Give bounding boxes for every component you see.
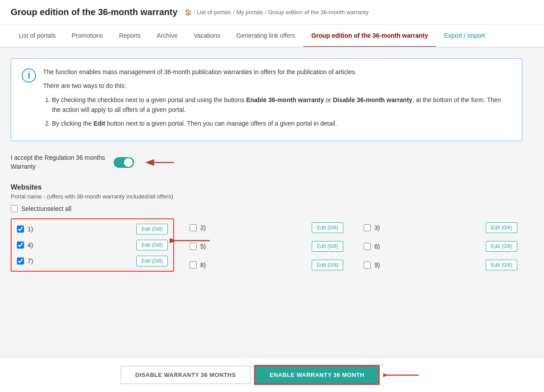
info-item-1: By checking the checkbox next to a given…	[52, 95, 511, 115]
bold-enable: Enable 36-month warranty	[246, 96, 324, 103]
info-box: i The function enables mass management o…	[11, 58, 522, 141]
portal-checkbox-8[interactable]	[190, 261, 197, 269]
select-all-label: Select/unselect all	[21, 205, 71, 212]
websites-subtitle: Portal name - (offers with 36-month warr…	[11, 193, 522, 200]
portal-edit-btn-7[interactable]: Edit (0/8)	[136, 256, 168, 266]
breadcrumb-myportals[interactable]: My portals	[236, 9, 263, 16]
portal-checkbox-7[interactable]	[17, 257, 24, 265]
portal-edit-btn-5[interactable]: Edit (0/8)	[312, 241, 343, 252]
tab-reports[interactable]: Reports	[111, 25, 149, 48]
portal-row-3: 3) Edit (0/6)	[359, 218, 522, 237]
portal-checkbox-5[interactable]	[190, 243, 197, 250]
info-item-2: By clicking the Edit button next to a gi…	[52, 119, 511, 128]
arrow-annotation-toggle	[143, 157, 179, 168]
breadcrumb: 🏠 / List of portals / My portals / Group…	[185, 9, 369, 16]
portal-edit-btn-6[interactable]: Edit (0/8)	[486, 241, 517, 252]
tab-archive[interactable]: Archive	[149, 25, 186, 48]
portal-group-selected: 1) Edit (0/8) 4) Edit (0/8) 7) Edit (0/8…	[11, 218, 174, 272]
portal-row-7: 7) Edit (0/8)	[15, 253, 170, 269]
tab-list-of-portals[interactable]: List of portals	[11, 25, 64, 48]
websites-title: Websites	[11, 183, 522, 191]
portal-checkbox-4[interactable]	[17, 242, 24, 249]
info-paragraph-2: There are two ways to do this:	[43, 81, 511, 91]
portal-edit-btn-8[interactable]: Edit (0/8)	[312, 260, 343, 270]
breadcrumb-current: Group edition of the 36-month warranty	[268, 9, 369, 16]
regulation-toggle[interactable]	[114, 157, 134, 168]
page-header: Group edition of the 36-month warranty 🏠…	[0, 0, 544, 25]
portal-checkbox-3[interactable]	[364, 224, 371, 231]
portal-column-1: 1) Edit (0/8) 4) Edit (0/8) 7) Edit (0/8…	[11, 218, 174, 274]
toggle-knob	[124, 158, 133, 167]
portal-row-4: 4) Edit (0/8)	[15, 237, 170, 253]
portal-edit-btn-4[interactable]: Edit (0/8)	[136, 240, 168, 250]
portal-checkbox-6[interactable]	[364, 243, 371, 250]
portal-row-2: 2) Edit (0/8)	[185, 218, 348, 237]
portal-name-6: 6)	[374, 243, 482, 250]
tab-group-edition[interactable]: Group edition of the 36-month warranty	[303, 25, 436, 48]
select-all-checkbox[interactable]	[11, 205, 18, 212]
portal-name-3: 3)	[374, 224, 482, 231]
portal-row-6: 6) Edit (0/8)	[359, 237, 522, 256]
home-icon[interactable]: 🏠	[185, 9, 192, 16]
portal-name-7: 7)	[28, 257, 133, 265]
websites-section: Websites Portal name - (offers with 36-m…	[11, 183, 522, 274]
regulation-row: I accept the Regulation 36 months Warran…	[11, 154, 522, 171]
portal-name-5: 5)	[200, 243, 308, 250]
portal-checkbox-2[interactable]	[190, 224, 197, 231]
select-all-row: Select/unselect all	[11, 205, 522, 212]
portal-name-8: 8)	[200, 261, 308, 269]
bold-edit: Edit	[93, 120, 105, 127]
portal-edit-btn-3[interactable]: Edit (0/6)	[486, 222, 517, 233]
tab-generating-link-offers[interactable]: Generating link offers	[228, 25, 303, 48]
portal-checkbox-1[interactable]	[17, 226, 24, 233]
portal-row-9: 9) Edit (0/8)	[359, 256, 522, 274]
portal-edit-btn-2[interactable]: Edit (0/8)	[312, 222, 343, 233]
info-text-content: The function enables mass management of …	[43, 67, 511, 132]
breadcrumb-publisher[interactable]: List of portals	[197, 9, 231, 16]
info-paragraph-1: The function enables mass management of …	[43, 67, 511, 77]
portal-name-9: 9)	[374, 261, 482, 269]
regulation-label: I accept the Regulation 36 months Warran…	[11, 154, 105, 171]
portal-checkbox-9[interactable]	[364, 261, 371, 269]
main-content: i The function enables mass management o…	[0, 48, 533, 321]
portal-row-5: 5) Edit (0/8)	[185, 237, 348, 256]
tab-vacations[interactable]: Vacations	[186, 25, 228, 48]
portal-edit-btn-1[interactable]: Edit (0/8)	[136, 224, 168, 234]
toggle-wrap	[114, 157, 134, 168]
portal-edit-btn-9[interactable]: Edit (0/8)	[486, 260, 517, 270]
portal-row-8: 8) Edit (0/8)	[185, 256, 348, 274]
tab-export-import[interactable]: Export / Import	[436, 25, 493, 48]
portal-name-4: 4)	[28, 242, 133, 249]
bold-disable: Disable 36-month warranty	[333, 96, 413, 103]
portal-name-1: 1)	[28, 226, 133, 233]
page-title: Group edition of the 36-month warranty	[11, 7, 178, 17]
portal-name-2: 2)	[200, 224, 308, 231]
portal-column-3: 3) Edit (0/6) 6) Edit (0/8) 9) Edit (0/8…	[359, 218, 522, 274]
portal-row-1: 1) Edit (0/8)	[15, 221, 170, 237]
portal-column-2: 2) Edit (0/8) 5) Edit (0/8) 8) Edit (0/8…	[185, 218, 348, 274]
tab-promotions[interactable]: Promotions	[64, 25, 111, 48]
tabs-bar: List of portals Promotions Reports Archi…	[0, 25, 544, 48]
info-icon: i	[22, 68, 36, 83]
portals-grid: 1) Edit (0/8) 4) Edit (0/8) 7) Edit (0/8…	[11, 218, 522, 274]
